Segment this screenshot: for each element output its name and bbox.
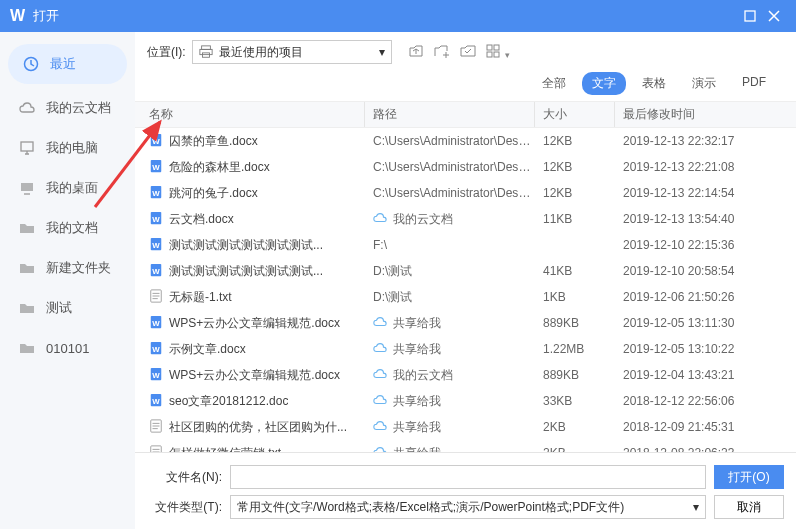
svg-rect-11 (494, 52, 499, 57)
new-folder-icon[interactable] (434, 44, 450, 61)
sidebar-item-label: 新建文件夹 (46, 259, 111, 277)
folder-check-icon[interactable] (460, 44, 476, 61)
close-button[interactable] (762, 4, 786, 28)
sidebar-item-label: 我的云文档 (46, 99, 111, 117)
filetype-value: 常用文件(文字/Word格式;表格/Excel格式;演示/PowerPoint格… (237, 499, 693, 516)
file-date: 2019-12-10 22:15:36 (623, 238, 734, 252)
file-type-icon: W (149, 315, 163, 332)
filename-input[interactable] (230, 465, 706, 489)
sidebar-item-0[interactable]: 最近 (8, 44, 127, 84)
svg-text:W: W (152, 188, 160, 197)
tab-2[interactable]: 表格 (632, 72, 676, 95)
file-name: WPS+云办公文章编辑规范.docx (169, 367, 340, 384)
svg-text:W: W (152, 318, 160, 327)
file-size: 889KB (543, 368, 579, 382)
titlebar: W 打开 (0, 0, 796, 32)
file-name: 怎样做好微信营销.txt (169, 445, 281, 453)
file-name: seo文章20181212.doc (169, 393, 288, 410)
svg-text:W: W (152, 396, 160, 405)
svg-rect-6 (200, 49, 212, 54)
file-type-icon (149, 419, 163, 436)
sidebar-item-5[interactable]: 新建文件夹 (0, 248, 135, 288)
header-date[interactable]: 最后修改时间 (615, 102, 796, 127)
file-name: 示例文章.docx (169, 341, 246, 358)
open-button[interactable]: 打开(O) (714, 465, 784, 489)
cloud-icon (373, 419, 387, 436)
sidebar-item-2[interactable]: 我的电脑 (0, 128, 135, 168)
location-row: 位置(I): 最近使用的项目 ▾ ▾ (135, 32, 796, 72)
file-date: 2019-12-13 22:32:17 (623, 134, 734, 148)
folder-icon (18, 339, 36, 357)
file-type-icon (149, 289, 163, 306)
file-date: 2019-12-13 22:14:54 (623, 186, 734, 200)
file-size: 2KB (543, 420, 566, 434)
file-type-icon (149, 445, 163, 453)
sidebar-item-label: 最近 (50, 55, 76, 73)
file-size: 41KB (543, 264, 572, 278)
sidebar-item-4[interactable]: 我的文档 (0, 208, 135, 248)
file-size: 11KB (543, 212, 572, 226)
sidebar-item-label: 我的电脑 (46, 139, 98, 157)
file-name: WPS+云办公文章编辑规范.docx (169, 315, 340, 332)
file-row[interactable]: W测试测试测试测试测试测试...F:\2019-12-10 22:15:36 (135, 232, 796, 258)
tab-1[interactable]: 文字 (582, 72, 626, 95)
tab-0[interactable]: 全部 (532, 72, 576, 95)
file-name: 跳河的兔子.docx (169, 185, 258, 202)
view-mode-icon[interactable]: ▾ (486, 44, 510, 61)
monitor-icon (18, 139, 36, 157)
location-select[interactable]: 最近使用的项目 ▾ (192, 40, 392, 64)
file-path: C:\Users\Administrator\Deskto... (373, 186, 535, 200)
sidebar: 最近我的云文档我的电脑我的桌面我的文档新建文件夹测试010101 (0, 32, 135, 529)
header-name[interactable]: 名称 (135, 102, 365, 127)
sidebar-item-7[interactable]: 010101 (0, 328, 135, 368)
file-list-body: W囚禁的章鱼.docxC:\Users\Administrator\Deskto… (135, 128, 796, 452)
filetype-select[interactable]: 常用文件(文字/Word格式;表格/Excel格式;演示/PowerPoint格… (230, 495, 706, 519)
file-path: D:\测试 (373, 263, 412, 280)
file-row[interactable]: W囚禁的章鱼.docxC:\Users\Administrator\Deskto… (135, 128, 796, 154)
header-size[interactable]: 大小 (535, 102, 615, 127)
maximize-button[interactable] (738, 4, 762, 28)
header-path[interactable]: 路径 (365, 102, 535, 127)
svg-text:W: W (152, 266, 160, 275)
file-row[interactable]: WWPS+云办公文章编辑规范.docx我的云文档889KB2019-12-04 … (135, 362, 796, 388)
sidebar-item-1[interactable]: 我的云文档 (0, 88, 135, 128)
file-size: 1KB (543, 290, 566, 304)
file-row[interactable]: W跳河的兔子.docxC:\Users\Administrator\Deskto… (135, 180, 796, 206)
clock-icon (22, 55, 40, 73)
tab-4[interactable]: PDF (732, 72, 776, 95)
sidebar-item-3[interactable]: 我的桌面 (0, 168, 135, 208)
cancel-button[interactable]: 取消 (714, 495, 784, 519)
file-row[interactable]: W测试测试测试测试测试测试...D:\测试41KB2019-12-10 20:5… (135, 258, 796, 284)
file-size: 12KB (543, 134, 572, 148)
filetype-label: 文件类型(T): (147, 499, 222, 516)
file-row[interactable]: 社区团购的优势，社区团购为什...共享给我2KB2018-12-09 21:45… (135, 414, 796, 440)
file-row[interactable]: Wseo文章20181212.doc共享给我33KB2018-12-12 22:… (135, 388, 796, 414)
svg-text:W: W (152, 344, 160, 353)
chevron-down-icon: ▾ (379, 45, 385, 59)
file-row[interactable]: W危险的森林里.docxC:\Users\Administrator\Deskt… (135, 154, 796, 180)
file-row[interactable]: W云文档.docx我的云文档11KB2019-12-13 13:54:40 (135, 206, 796, 232)
file-type-icon: W (149, 133, 163, 150)
sidebar-item-6[interactable]: 测试 (0, 288, 135, 328)
file-size: 12KB (543, 160, 572, 174)
printer-icon (199, 45, 213, 59)
file-name: 社区团购的优势，社区团购为什... (169, 419, 347, 436)
file-size: 12KB (543, 186, 572, 200)
svg-text:W: W (152, 162, 160, 171)
svg-rect-3 (21, 183, 33, 191)
file-date: 2019-12-05 13:10:22 (623, 342, 734, 356)
file-row[interactable]: W示例文章.docx共享给我1.22MB2019-12-05 13:10:22 (135, 336, 796, 362)
file-row[interactable]: 怎样做好微信营销.txt共享给我2KB2018-12-08 22:06:23 (135, 440, 796, 452)
up-folder-icon[interactable] (408, 44, 424, 61)
filename-label: 文件名(N): (147, 469, 222, 486)
file-date: 2019-12-04 13:43:21 (623, 368, 734, 382)
sidebar-item-label: 我的文档 (46, 219, 98, 237)
folder-icon (18, 219, 36, 237)
file-row[interactable]: 无标题-1.txtD:\测试1KB2019-12-06 21:50:26 (135, 284, 796, 310)
cloud-icon (18, 99, 36, 117)
file-date: 2019-12-13 13:54:40 (623, 212, 734, 226)
chevron-down-icon: ▾ (693, 500, 699, 514)
file-row[interactable]: WWPS+云办公文章编辑规范.docx共享给我889KB2019-12-05 1… (135, 310, 796, 336)
file-path: C:\Users\Administrator\Deskto... (373, 160, 535, 174)
tab-3[interactable]: 演示 (682, 72, 726, 95)
